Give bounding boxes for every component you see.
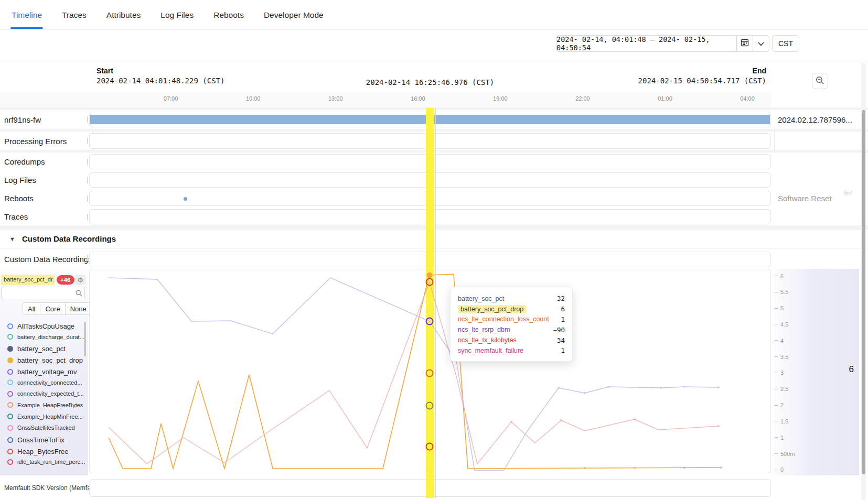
- page-scrollbar-thumb[interactable]: [862, 110, 865, 474]
- tooltip-metric-label: sync_memfault_failure: [458, 347, 523, 354]
- metric-item-alltaskscpuusage[interactable]: AllTasksCpuUsage: [7, 322, 74, 330]
- lane-label-custom-data-recordings: Custom Data Recordings: [4, 250, 92, 268]
- metric-name: idle_task_run_time_perc...: [17, 459, 85, 465]
- selected-metric-chip[interactable]: battery_soc_pct_dr...: [1, 275, 55, 285]
- tooltip-row-ncs_lte_tx_kilobytes: ncs_lte_tx_kilobytes34: [458, 335, 565, 345]
- series-point-ncs_lte_rsrp_dbm: [607, 386, 609, 388]
- metric-search-input[interactable]: [4, 288, 74, 298]
- x-axis-tick-label: 04:00: [740, 95, 755, 102]
- tab-traces[interactable]: Traces: [61, 1, 88, 28]
- lane-group-separator: [0, 225, 868, 229]
- metric-item-battery_soc_pct[interactable]: battery_soc_pct: [7, 345, 66, 353]
- tooltip-metric-label: ncs_lte_rsrp_dbm: [458, 326, 510, 333]
- x-axis-tick-label: 13:00: [328, 95, 343, 102]
- filter-button-core[interactable]: Core: [40, 302, 65, 315]
- metric-item-gnsssatellitestracked[interactable]: GnssSatellitesTracked: [7, 425, 75, 431]
- hover-marker: [426, 443, 433, 450]
- tooltip-row-ncs_lte_rsrp_dbm: ncs_lte_rsrp_dbm−90: [458, 324, 565, 335]
- x-axis-tick-label: 16:00: [411, 95, 425, 102]
- metric-name: connectivity_expected_t...: [17, 390, 84, 397]
- end-label: End: [638, 67, 766, 75]
- metric-item-battery_discharge_durat[interactable]: battery_discharge_durat...: [7, 334, 84, 340]
- metric-item-example_heapfreebytes[interactable]: Example_HeapFreeBytes: [7, 402, 83, 408]
- metric-color-dot: [7, 357, 13, 363]
- metric-item-battery_soc_pct_drop[interactable]: battery_soc_pct_drop: [7, 356, 83, 364]
- filter-button-all[interactable]: All: [23, 302, 40, 315]
- lane-group-separator: [0, 129, 868, 132]
- series-line-ncs_lte_rsrp_dbm: [109, 278, 719, 471]
- tooltip-metric-label: battery_soc_pct: [458, 295, 504, 302]
- tab-developer-mode[interactable]: Developer Mode: [263, 1, 325, 28]
- y-axis-tick-label: 3.5: [780, 354, 788, 360]
- y-axis-tick-label: 5.5: [780, 289, 788, 295]
- filter-button-none[interactable]: None: [65, 302, 92, 315]
- series-point-battery_soc_pct_drop: [683, 467, 685, 469]
- date-range-input[interactable]: 2024- 02-14, 04:01:48 – 2024- 02-15, 04:…: [556, 35, 737, 52]
- value-axis-panel: 65.554.543.532.521.51500m0 6: [774, 269, 859, 475]
- zoom-out-button[interactable]: [812, 73, 828, 89]
- tab-timeline[interactable]: Timeline: [10, 1, 43, 28]
- lane-track-handle: [87, 138, 88, 144]
- x-axis-tick-label: 19:00: [493, 95, 508, 102]
- collapse-caret-icon[interactable]: ▼: [9, 236, 15, 242]
- metric-item-heap_bytesfree[interactable]: Heap_BytesFree: [7, 448, 69, 455]
- metric-name: GnssTimeToFix: [17, 436, 65, 444]
- tab-bar: TimelineTracesAttributesLog FilesReboots…: [0, 0, 868, 30]
- tooltip-metric-value: −90: [553, 326, 565, 334]
- y-axis-tick-label: 0: [780, 466, 784, 473]
- tab-attributes[interactable]: Attributes: [105, 1, 142, 28]
- section-custom-data-recordings[interactable]: ▼ Custom Data Recordings: [0, 229, 868, 248]
- calendar-icon: [741, 38, 749, 49]
- end-time: 2024-02-15 04:50:54.717 (CST): [638, 77, 766, 85]
- metric-color-dot: [7, 391, 13, 397]
- series-point-ncs_lte_rsrp_dbm: [558, 387, 560, 389]
- metric-color-dot: [7, 334, 13, 340]
- metric-item-gnsstimetofix[interactable]: GnssTimeToFix: [7, 436, 65, 444]
- chart-series-svg: [89, 269, 771, 473]
- y-axis-tick-label: 1.5: [780, 418, 788, 425]
- tab-log-files[interactable]: Log Files: [159, 1, 195, 28]
- metric-list-scrollbar[interactable]: [84, 322, 86, 356]
- series-point-ncs_lte_rsrp_dbm: [683, 386, 685, 388]
- tooltip-row-ncs_lte_connection_loss_count: ncs_lte_connection_loss_count1: [458, 314, 565, 325]
- hover-marker: [426, 403, 433, 409]
- lane-label-sdk-version: Memfault SDK Version (Memfaul...: [4, 478, 101, 498]
- lane-annotation-fw-version: 2024.02.12.787596...: [778, 110, 852, 129]
- x-axis-tick-label: 07:00: [164, 95, 178, 102]
- y-axis-tick-label: 1: [780, 434, 784, 441]
- tooltip-row-battery_soc_pct_drop: battery_soc_pct_drop6: [458, 304, 565, 314]
- metric-color-dot: [7, 425, 13, 431]
- y-axis-tick-mark: [775, 340, 778, 341]
- search-icon: [76, 290, 82, 297]
- y-axis-tick-label: 2.5: [780, 386, 788, 392]
- metric-item-connectivity_connected[interactable]: connectivity_connected...: [7, 379, 82, 386]
- metric-item-idle_task_run_time_perc[interactable]: idle_task_run_time_perc...: [7, 459, 85, 465]
- section-title: Custom Data Recordings: [22, 234, 116, 243]
- tab-reboots[interactable]: Reboots: [212, 1, 245, 28]
- reboot-event-dot[interactable]: [184, 197, 187, 201]
- y-axis-tick-mark: [775, 453, 778, 454]
- lane-label-coredumps: Coredumps: [4, 153, 45, 171]
- series-line-battery_soc_pct_drop: [109, 274, 721, 469]
- y-axis-tick-mark: [775, 389, 778, 389]
- locf-note: locf: [844, 190, 852, 195]
- calendar-button[interactable]: [737, 35, 753, 52]
- more-metrics-badge[interactable]: +46: [57, 275, 74, 285]
- series-point-battery_soc_pct_drop: [634, 467, 636, 469]
- range-presets-button[interactable]: [753, 35, 769, 52]
- x-axis-tick-label: 22:00: [575, 95, 590, 102]
- metric-color-dot: [7, 459, 13, 465]
- metric-item-example_heapminfree[interactable]: Example_HeapMinFree...: [7, 414, 83, 420]
- metric-legend-panel: battery_soc_pct_dr... +46 ⚙ AllCoreNone …: [0, 269, 88, 475]
- y-axis-tick-label: 2: [780, 402, 784, 408]
- y-axis-tick-label: 500m: [780, 451, 795, 457]
- gear-icon[interactable]: ⚙: [75, 275, 85, 285]
- timezone-button[interactable]: CST: [772, 35, 799, 52]
- metric-item-battery_voltage_mv[interactable]: battery_voltage_mv: [7, 368, 77, 376]
- y-axis-tick-mark: [775, 292, 778, 292]
- y-axis-tick-label: 4: [780, 338, 784, 344]
- tooltip-metric-value: 34: [557, 336, 565, 344]
- tooltip-metric-value: 1: [561, 316, 565, 323]
- metric-item-connectivity_expected_t[interactable]: connectivity_expected_t...: [7, 390, 84, 397]
- metric-name: battery_discharge_durat...: [17, 334, 84, 340]
